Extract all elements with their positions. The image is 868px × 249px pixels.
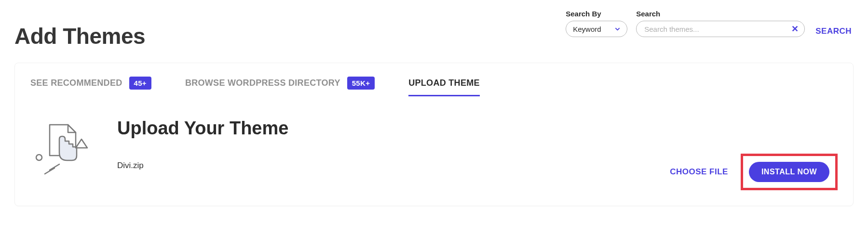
upload-content: Upload Your Theme Divi.zip xyxy=(117,120,642,170)
svg-point-0 xyxy=(36,155,42,160)
close-icon: ✕ xyxy=(791,24,799,34)
install-now-highlight: INSTALL NOW xyxy=(741,154,838,190)
clear-search-button[interactable]: ✕ xyxy=(791,25,799,33)
choose-file-button[interactable]: CHOOSE FILE xyxy=(667,162,731,182)
upload-actions: CHOOSE FILE INSTALL NOW xyxy=(667,154,838,190)
search-by-select[interactable]: Keyword xyxy=(566,21,627,37)
svg-line-1 xyxy=(50,164,59,170)
search-by-group: Search By Keyword xyxy=(566,10,627,37)
search-group: Search ✕ xyxy=(636,10,805,37)
upload-title: Upload Your Theme xyxy=(117,118,642,139)
tab-label: SEE RECOMMENDED xyxy=(30,78,122,88)
tab-browse-directory[interactable]: BROWSE WORDPRESS DIRECTORY 55K+ xyxy=(185,70,375,98)
tab-label: BROWSE WORDPRESS DIRECTORY xyxy=(185,78,340,88)
search-input[interactable] xyxy=(644,25,786,33)
search-label: Search xyxy=(636,10,805,18)
search-area: Search By Keyword Search ✕ SEARCH xyxy=(566,10,854,37)
upload-area: Upload Your Theme Divi.zip CHOOSE FILE I… xyxy=(30,98,838,190)
selected-filename: Divi.zip xyxy=(117,161,642,170)
search-by-value: Keyword xyxy=(573,25,615,33)
count-badge: 55K+ xyxy=(347,77,375,90)
panel: SEE RECOMMENDED 45+ BROWSE WORDPRESS DIR… xyxy=(14,63,854,206)
tab-see-recommended[interactable]: SEE RECOMMENDED 45+ xyxy=(30,70,151,98)
chevron-down-icon xyxy=(615,26,620,32)
search-button[interactable]: SEARCH xyxy=(814,24,854,37)
search-input-wrap: ✕ xyxy=(636,21,805,37)
upload-file-icon xyxy=(30,120,92,182)
search-by-label: Search By xyxy=(566,10,627,18)
tab-label: UPLOAD THEME xyxy=(408,78,480,88)
count-badge: 45+ xyxy=(129,77,151,90)
tab-upload-theme[interactable]: UPLOAD THEME xyxy=(408,71,480,96)
svg-line-2 xyxy=(45,168,54,174)
tabs: SEE RECOMMENDED 45+ BROWSE WORDPRESS DIR… xyxy=(30,63,838,98)
install-now-button[interactable]: INSTALL NOW xyxy=(749,162,829,182)
page-title: Add Themes xyxy=(14,23,145,49)
